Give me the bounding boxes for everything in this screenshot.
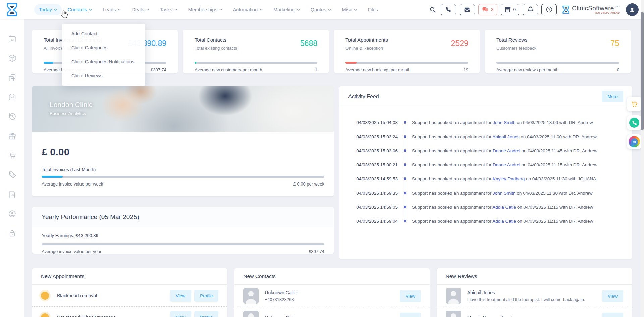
nav-item-deals[interactable]: Deals	[127, 4, 154, 15]
profile-button[interactable]: Profile	[194, 290, 218, 302]
nav-label: Memberships	[188, 7, 217, 12]
tags-icon[interactable]	[8, 171, 16, 179]
stat-footer-label: Average new bookings per month	[345, 67, 410, 72]
clinic-banner-card: London Clinic Business Analytics £ 0.00 …	[32, 86, 334, 196]
menu-item-client-reviews[interactable]: Client Reviews	[62, 69, 145, 83]
calendar-icon[interactable]: 12	[8, 35, 16, 43]
left-sidebar: 12	[0, 19, 24, 317]
stat-footer: Average new customers per month 1	[195, 67, 317, 72]
activity-prefix: Support has booked an appointment for	[412, 134, 492, 139]
activity-client-link[interactable]: Addia Catie	[492, 205, 516, 210]
till-button[interactable]: 0	[501, 4, 520, 15]
contacts-dropdown-menu: Add Contact Client Categories Client Cat…	[62, 24, 145, 86]
yearly-performance-title: Yearly Performance (05 Mar 2025)	[32, 207, 334, 227]
activity-client-link[interactable]: Deane Andrel	[493, 162, 520, 167]
timeline-dot-icon	[404, 192, 406, 194]
view-button[interactable]: View	[170, 311, 191, 317]
help-button[interactable]: ?	[541, 4, 557, 15]
nav-item-files[interactable]: Files	[363, 4, 383, 15]
menu-item-add-contact[interactable]: Add Contact	[62, 27, 145, 41]
duplicate-icon[interactable]	[8, 73, 16, 82]
chevron-down-icon	[54, 9, 57, 11]
view-button[interactable]: View	[400, 290, 421, 302]
package-icon[interactable]	[8, 54, 16, 62]
contact-phone: +40731323263	[265, 297, 298, 302]
nav-item-automation[interactable]: Automation	[228, 4, 267, 15]
timeline-marker	[398, 172, 412, 186]
lock-icon[interactable]	[8, 229, 16, 237]
chevron-down-icon	[354, 9, 357, 11]
menu-item-client-categories[interactable]: Client Categories	[62, 41, 145, 55]
phone-button[interactable]	[441, 4, 456, 15]
ai-icon: AI	[629, 136, 640, 147]
activity-entry: 04/03/2025 15:04:08 Support has booked a…	[348, 115, 623, 129]
nav-label: Marketing	[273, 7, 295, 12]
row-actions: View	[400, 313, 421, 317]
clinic-banner-subtitle: Business Analytics	[50, 111, 86, 116]
activity-text: Support has booked an appointment for Ad…	[412, 205, 593, 210]
chat-bubbles-icon	[482, 7, 489, 12]
page-scrollbar[interactable]	[641, 0, 644, 317]
activity-timestamp: 04/03/2025 14:59:35	[348, 191, 398, 196]
search-button[interactable]	[429, 6, 436, 13]
basket-icon[interactable]	[8, 93, 16, 101]
status-dot-icon	[41, 313, 49, 317]
activity-prefix: Support has booked an appointment for	[412, 176, 493, 181]
bell-icon	[528, 6, 533, 13]
notifications-button[interactable]	[523, 4, 538, 15]
nav-item-quotes[interactable]: Quotes	[306, 4, 336, 15]
history-icon[interactable]	[8, 112, 16, 121]
nav-item-tasks[interactable]: Tasks	[155, 4, 182, 15]
nav-item-marketing[interactable]: Marketing	[269, 4, 305, 15]
activity-client-link[interactable]: Kayley Padberg	[493, 176, 525, 181]
scrollbar-thumb[interactable]	[641, 12, 644, 130]
timeline-marker	[398, 214, 412, 228]
app-logo[interactable]	[0, 3, 24, 16]
nav-item-memberships[interactable]: Memberships	[183, 4, 227, 15]
brand-logo[interactable]: ClinicSoftware.com TEN STEPS AHEAD	[562, 5, 620, 14]
contact-avatar	[243, 288, 259, 304]
row-actions: View	[602, 290, 623, 302]
floating-whatsapp-button[interactable]	[627, 115, 642, 130]
view-button[interactable]: View	[400, 313, 421, 317]
nav-item-leads[interactable]: Leads	[98, 4, 126, 15]
timeline-marker	[398, 186, 412, 200]
floating-ai-button[interactable]: AI	[627, 134, 642, 149]
view-button[interactable]: View	[602, 290, 623, 302]
nav-item-contacts[interactable]: Contacts	[63, 4, 97, 15]
clinic-banner-image: London Clinic Business Analytics	[32, 86, 334, 132]
activity-client-link[interactable]: Addia Catie	[492, 219, 516, 224]
nav-item-today[interactable]: Today	[34, 4, 62, 15]
activity-more-button[interactable]: More	[602, 91, 623, 102]
activity-timestamp: 04/03/2025 15:03:06	[348, 148, 398, 153]
status-dot-icon	[41, 292, 49, 300]
menu-item-client-categories-notifications[interactable]: Client Categories Notifications	[62, 55, 145, 69]
progress-bar	[195, 62, 317, 64]
account-icon[interactable]	[8, 210, 16, 218]
gift-icon[interactable]	[8, 132, 16, 140]
activity-timestamp: 04/03/2025 15:04:08	[348, 120, 398, 125]
activity-entry: 04/03/2025 15:00:21 Support has booked a…	[348, 158, 623, 172]
view-button[interactable]: View	[602, 313, 623, 317]
contact-name: Unknown Caller	[265, 290, 298, 295]
user-avatar[interactable]	[626, 3, 639, 16]
timeline-dot-icon	[404, 135, 406, 138]
row-actions: View Profile	[170, 290, 218, 302]
activity-client-link[interactable]: Abigail Jones	[492, 134, 519, 139]
yearly-performance-body: Yearly Earnings: £43,290.89 Average invo…	[32, 227, 334, 254]
activity-client-link[interactable]: John Smith	[493, 191, 516, 196]
chevron-down-icon	[328, 9, 331, 11]
activity-client-link[interactable]: Deane Andrel	[493, 148, 520, 153]
view-button[interactable]: View	[170, 290, 191, 302]
cart-icon[interactable]	[8, 151, 16, 160]
stat-card-appointments: Total Appointments Online & Reception 25…	[334, 30, 480, 73]
chat-notifications-button[interactable]: 3	[478, 4, 497, 15]
inbox-button[interactable]	[460, 4, 475, 15]
floating-cart-button[interactable]	[627, 97, 642, 111]
profile-button[interactable]: Profile	[194, 311, 218, 317]
report-icon[interactable]	[8, 190, 16, 199]
activity-client-link[interactable]: John Smith	[493, 120, 516, 125]
nav-item-misc[interactable]: Misc	[337, 4, 362, 15]
nav-label: Misc	[342, 7, 352, 12]
new-appointments-title: New Appointments	[32, 268, 227, 285]
